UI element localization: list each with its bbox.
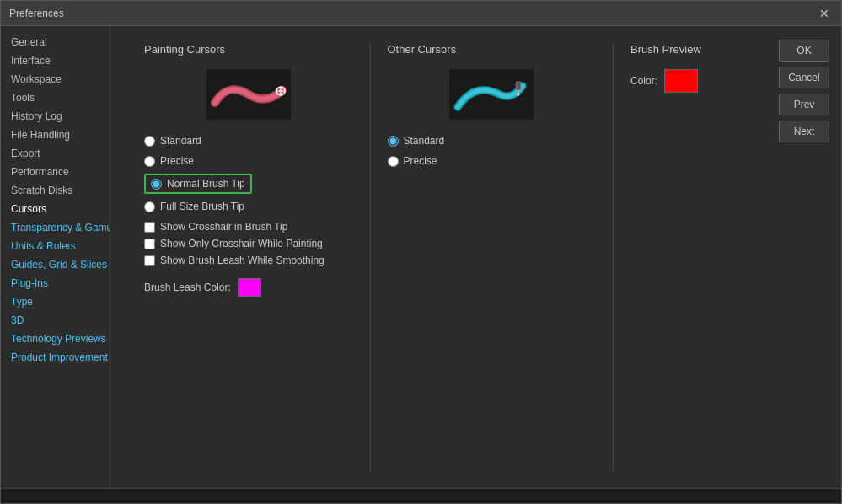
sidebar-item-workspace[interactable]: Workspace [1,70,110,88]
svg-point-5 [518,94,520,96]
sidebar-item-interface[interactable]: Interface [1,51,110,70]
cancel-button[interactable]: Cancel [779,67,829,88]
brush-preview-color-row: Color: [630,69,732,93]
painting-cursor-preview [206,69,291,120]
radio-precise[interactable]: Precise [144,153,353,169]
sidebar-item-history-log[interactable]: History Log [1,107,110,126]
other-cursors-title: Other Cursors [388,43,597,56]
other-cursor-svg [453,73,529,115]
brush-preview-section: Brush Preview Color: [614,43,748,471]
svg-rect-3 [516,82,521,90]
painting-cursors-section: Painting Cursors [127,43,370,471]
sidebar-item-performance[interactable]: Performance [1,163,110,181]
oc-radio-standard-input[interactable] [388,136,399,147]
sidebar-item-cursors[interactable]: Cursors [1,200,110,218]
radio-precise-label: Precise [160,155,194,167]
leash-color-swatch[interactable] [238,278,261,297]
other-cursor-preview [449,69,534,120]
sidebar-item-type[interactable]: Type [1,292,110,311]
radio-normal-brush-label: Normal Brush Tip [167,178,245,190]
prev-button[interactable]: Prev [779,94,829,115]
checkbox-leash-label: Show Brush Leash While Smoothing [160,255,324,266]
other-cursors-section: Other Cursors [371,43,614,471]
sidebar-item-export[interactable]: Export [1,144,110,163]
dialog-content: General Interface Workspace Tools Histor… [1,26,841,488]
sidebar: General Interface Workspace Tools Histor… [1,26,110,488]
preferences-dialog: Preferences ✕ General Interface Workspac… [0,0,842,504]
oc-radio-precise-input[interactable] [388,156,399,167]
svg-rect-4 [518,90,519,94]
leash-color-row: Brush Leash Color: [144,278,353,297]
sidebar-item-general[interactable]: General [1,33,110,51]
next-button[interactable]: Next [779,121,829,142]
checkbox-crosshair-label: Show Crosshair in Brush Tip [160,221,287,233]
leash-color-label: Brush Leash Color: [144,281,231,293]
radio-full-brush[interactable]: Full Size Brush Tip [144,199,353,214]
radio-normal-brush-input[interactable] [151,179,162,190]
bottom-bar [1,488,841,503]
sidebar-item-scratch-disks[interactable]: Scratch Disks [1,181,110,200]
painting-cursor-checkboxes: Show Crosshair in Brush Tip Show Only Cr… [144,221,353,266]
oc-radio-precise[interactable]: Precise [388,153,597,169]
sidebar-item-technology-previews[interactable]: Technology Previews [1,330,110,348]
painting-cursor-radio-group: Standard Precise Normal Brush Tip F [144,133,353,214]
dialog-title: Preferences [9,8,64,19]
checkbox-only-crosshair-label: Show Only Crosshair While Painting [160,238,323,249]
checkbox-leash[interactable]: Show Brush Leash While Smoothing [144,255,353,266]
sidebar-item-3d[interactable]: 3D [1,311,110,330]
sidebar-item-file-handling[interactable]: File Handling [1,126,110,144]
oc-radio-standard-label: Standard [404,135,445,147]
sidebar-item-transparency-gamut[interactable]: Transparency & Gamut [1,218,110,237]
painting-cursors-title: Painting Cursors [144,43,353,56]
checkbox-leash-input[interactable] [144,255,155,266]
close-button[interactable]: ✕ [816,5,833,22]
brush-stroke-svg [211,73,287,115]
sidebar-item-plug-ins[interactable]: Plug-Ins [1,274,110,292]
sections-row: Painting Cursors [127,43,748,471]
radio-precise-input[interactable] [144,156,155,167]
title-bar: Preferences ✕ [1,1,841,26]
sidebar-item-guides-grid-slices[interactable]: Guides, Grid & Slices [1,255,110,274]
sidebar-item-units-rulers[interactable]: Units & Rulers [1,237,110,255]
radio-full-brush-label: Full Size Brush Tip [160,201,244,212]
checkbox-crosshair[interactable]: Show Crosshair in Brush Tip [144,221,353,233]
radio-full-brush-input[interactable] [144,201,155,212]
radio-standard[interactable]: Standard [144,133,353,148]
checkbox-crosshair-input[interactable] [144,222,155,233]
radio-standard-input[interactable] [144,136,155,147]
oc-radio-precise-label: Precise [404,155,437,167]
sidebar-item-tools[interactable]: Tools [1,88,110,107]
brush-preview-color-label: Color: [630,75,657,87]
main-area: Painting Cursors [110,26,765,488]
radio-normal-brush[interactable]: Normal Brush Tip [144,174,252,194]
radio-standard-label: Standard [160,135,201,147]
oc-radio-standard[interactable]: Standard [388,133,597,148]
brush-preview-color-swatch[interactable] [664,69,698,93]
brush-preview-title: Brush Preview [630,43,732,56]
action-buttons: OK Cancel Prev Next [765,26,841,488]
other-cursor-radio-group: Standard Precise [388,133,597,169]
sidebar-item-product-improvement[interactable]: Product Improvement [1,348,110,367]
ok-button[interactable]: OK [779,40,829,62]
checkbox-only-crosshair-input[interactable] [144,239,155,249]
checkbox-only-crosshair[interactable]: Show Only Crosshair While Painting [144,238,353,249]
